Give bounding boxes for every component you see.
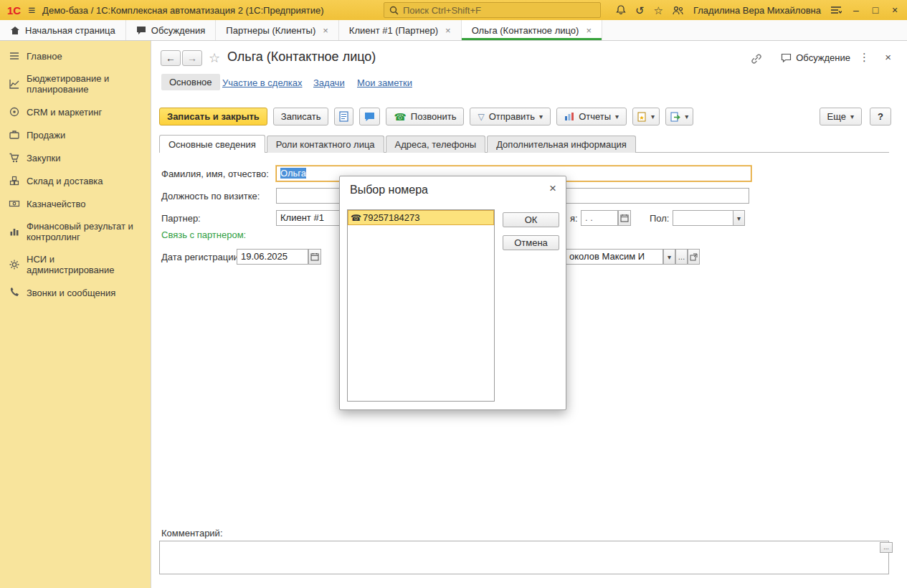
help-button[interactable]: ? bbox=[870, 108, 891, 125]
tab-close-icon[interactable]: × bbox=[586, 25, 592, 36]
purchases-icon bbox=[9, 152, 20, 163]
chevron-down-icon: ▾ bbox=[850, 113, 854, 120]
dialog-close-icon[interactable]: × bbox=[549, 181, 556, 196]
number-list[interactable]: ☎ 79257184273 bbox=[347, 209, 495, 402]
chevron-down-icon: ▾ bbox=[685, 113, 688, 120]
sidebar-item-purchases[interactable]: Закупки bbox=[0, 146, 151, 169]
nav-notes-link[interactable]: Мои заметки bbox=[357, 77, 412, 88]
crm-icon bbox=[9, 106, 20, 118]
sidebar-item-crm[interactable]: CRM и маркетинг bbox=[0, 100, 151, 123]
sidebar-item-label: НСИ и администрирование bbox=[27, 254, 145, 275]
discussions-tab[interactable]: Обсуждения bbox=[126, 20, 217, 40]
gear-icon bbox=[9, 259, 20, 270]
save-button[interactable]: Записать bbox=[273, 108, 329, 125]
birthdate-calendar-button[interactable] bbox=[618, 210, 631, 226]
notifications-icon[interactable] bbox=[616, 5, 626, 15]
partner-relation-header: Связь с партнером: bbox=[161, 229, 246, 240]
history-icon[interactable]: ↺ bbox=[635, 5, 645, 16]
maximize-button[interactable]: □ bbox=[870, 4, 880, 16]
sidebar-item-warehouse[interactable]: Склад и доставка bbox=[0, 169, 151, 192]
nav-deals-link[interactable]: Участие в сделках bbox=[222, 77, 303, 88]
home-tab[interactable]: Начальная страница bbox=[0, 20, 126, 40]
sidebar-item-admin[interactable]: НСИ и администрирование bbox=[0, 248, 151, 281]
cancel-button[interactable]: Отмена bbox=[503, 235, 559, 250]
tab-additional-info[interactable]: Дополнительная информация bbox=[487, 136, 636, 153]
close-form-icon[interactable]: × bbox=[885, 51, 891, 63]
global-search-input[interactable]: Поиск Ctrl+Shift+F bbox=[384, 2, 601, 18]
calendar-icon bbox=[310, 252, 319, 261]
calendar-icon bbox=[620, 214, 629, 222]
responsible-ellipsis-button[interactable]: … bbox=[675, 249, 688, 265]
back-button[interactable]: ← bbox=[161, 50, 181, 66]
tab-partners[interactable]: Партнеры (Клиенты) × bbox=[216, 20, 338, 40]
gender-dropdown-button[interactable]: ▾ bbox=[733, 210, 745, 226]
more-button[interactable]: Еще ▾ bbox=[820, 108, 862, 125]
favorite-star-icon[interactable]: ☆ bbox=[209, 50, 220, 66]
minimize-button[interactable]: – bbox=[851, 4, 861, 16]
sidebar-item-budgeting[interactable]: Бюджетирование и планирование bbox=[0, 67, 151, 100]
get-link-icon[interactable] bbox=[751, 54, 762, 64]
list-item-number[interactable]: ☎ 79257184273 bbox=[348, 210, 494, 225]
titlebar-icons: ↺ ☆ Гладилина Вера Михайловна – □ × bbox=[616, 4, 900, 16]
dialog-title: Выбор номера bbox=[350, 184, 428, 196]
tab-close-icon[interactable]: × bbox=[445, 25, 451, 36]
sidebar-item-sales[interactable]: Продажи bbox=[0, 123, 151, 146]
responsible-dropdown-button[interactable]: ▾ bbox=[663, 249, 675, 265]
regdate-calendar-button[interactable] bbox=[308, 249, 321, 265]
job-title-label: Должность по визитке: bbox=[161, 191, 260, 201]
sections-panel: Главное Бюджетирование и планирование CR… bbox=[0, 41, 151, 588]
tab-client1[interactable]: Клиент #1 (Партнер) × bbox=[339, 20, 462, 40]
open-windows-bar: Начальная страница Обсуждения Партнеры (… bbox=[0, 20, 907, 41]
sidebar-item-finance[interactable]: Финансовый результат и контроллинг bbox=[0, 215, 151, 248]
tab-contact-roles[interactable]: Роли контактного лица bbox=[267, 136, 384, 153]
discussion-label: Обсуждение bbox=[796, 52, 850, 63]
sidebar-item-calls[interactable]: Звонки и сообщения bbox=[0, 281, 151, 304]
gender-select[interactable] bbox=[673, 210, 733, 226]
responsible-open-button[interactable] bbox=[688, 249, 700, 265]
blue-chat-icon bbox=[364, 112, 375, 122]
reports-button[interactable]: Отчеты ▾ bbox=[556, 108, 627, 125]
tab-addresses-phones[interactable]: Адреса, телефоны bbox=[386, 136, 486, 153]
registration-date-input[interactable]: 19.06.2025 bbox=[237, 249, 308, 265]
service-menu-icon[interactable] bbox=[830, 6, 842, 14]
titlebar: 1С ≡ Демо-база / 1С:Комплексная автомати… bbox=[0, 0, 907, 20]
send-button[interactable]: ▽ Отправить ▾ bbox=[470, 108, 551, 125]
create-on-base-button[interactable]: ▾ bbox=[632, 108, 660, 125]
sidebar-item-treasury[interactable]: Казначейство bbox=[0, 192, 151, 215]
files-icon bbox=[339, 111, 348, 122]
tab-basic-info[interactable]: Основные сведения bbox=[159, 135, 265, 153]
current-user-name[interactable]: Гладилина Вера Михайловна bbox=[693, 5, 821, 16]
nav-main[interactable]: Основное bbox=[161, 74, 220, 90]
favorites-icon[interactable]: ☆ bbox=[654, 5, 663, 16]
gender-label: Пол: bbox=[650, 213, 670, 224]
chevron-down-icon: ▾ bbox=[539, 113, 543, 120]
sidebar-item-main[interactable]: Главное bbox=[0, 44, 151, 67]
tab-close-icon[interactable]: × bbox=[323, 25, 328, 36]
tab-olga-contact[interactable]: Ольга (Контактное лицо) × bbox=[462, 20, 602, 40]
1c-logo: 1С bbox=[7, 4, 21, 16]
comment-textarea[interactable] bbox=[159, 541, 889, 574]
save-close-button[interactable]: Записать и закрыть bbox=[159, 108, 267, 125]
close-window-button[interactable]: × bbox=[890, 4, 900, 16]
responsible-input[interactable]: околов Максим И bbox=[565, 249, 663, 265]
discussion-button[interactable]: Обсуждение bbox=[781, 52, 850, 63]
mail-actions-button[interactable]: ▾ bbox=[665, 108, 693, 125]
birthdate-input[interactable]: . . bbox=[581, 210, 618, 226]
sales-icon bbox=[9, 129, 20, 141]
main-menu-icon[interactable]: ≡ bbox=[28, 4, 35, 16]
kebab-menu-icon[interactable]: ⋮ bbox=[859, 51, 870, 64]
collaboration-icon[interactable] bbox=[673, 6, 684, 15]
tab-label: Клиент #1 (Партнер) bbox=[349, 25, 438, 36]
comment-expand-button[interactable]: ... bbox=[880, 542, 893, 553]
forward-button[interactable]: → bbox=[182, 50, 202, 66]
form-tabs: Основные сведения Роли контактного лица … bbox=[159, 135, 889, 153]
call-button[interactable]: ☎ Позвонить bbox=[386, 108, 464, 125]
selected-text: Ольга bbox=[280, 168, 306, 179]
number-select-dialog: Выбор номера × ☎ 79257184273 ОК Отмена bbox=[339, 176, 566, 410]
main-icon bbox=[9, 50, 20, 62]
start-discussion-button[interactable] bbox=[359, 108, 380, 125]
files-button[interactable] bbox=[334, 108, 353, 125]
nav-tasks-link[interactable]: Задачи bbox=[313, 77, 345, 88]
warehouse-icon bbox=[9, 175, 20, 186]
ok-button[interactable]: ОК bbox=[503, 212, 559, 227]
